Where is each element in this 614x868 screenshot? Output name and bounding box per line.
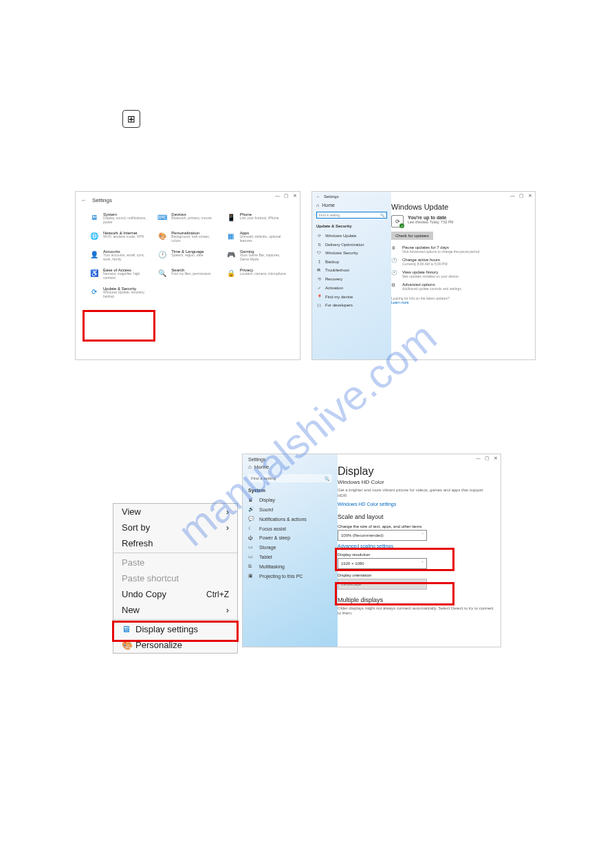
adv-scale-link[interactable]: Advanced scaling settings (338, 544, 494, 548)
menu-item-undo-copy[interactable]: Undo CopyCtrl+Z (113, 586, 237, 602)
wu-learn-more-link[interactable]: Learn more (391, 300, 529, 304)
sidebar-item-icon: ▭ (248, 544, 255, 550)
status-sub: Last checked: Today, 7:52 PM (408, 220, 454, 224)
sidebar-item-windows-update[interactable]: ⟳Windows Update (316, 231, 387, 240)
sidebar-item-icon: ⟳ (316, 233, 322, 238)
window-controls: — ▢ ✕ (473, 456, 498, 461)
home-icon: ⌂ (316, 203, 319, 208)
res-label: Display resolution (338, 553, 494, 557)
tile-apps[interactable]: ▦AppsUninstall, defaults, optional featu… (226, 231, 286, 243)
minimize-icon[interactable]: — (476, 456, 481, 460)
wu-option-row[interactable]: ⚙Advanced optionsAdditional update contr… (391, 282, 529, 291)
scale-select[interactable]: 100% (Recommended)˅ (338, 530, 427, 541)
sidebar-item-find-my-device[interactable]: 📍Find my device (316, 292, 387, 301)
tile-phone[interactable]: 📱PhoneLink your Android, iPhone (226, 212, 286, 224)
tile-search[interactable]: 🔍SearchFind my files, permissions (157, 268, 217, 280)
maximize-icon[interactable]: ▢ (485, 456, 490, 460)
sidebar-item-label: Notifications & actions (259, 517, 307, 522)
sidebar-item-focus-assist[interactable]: ☾Focus assist (248, 524, 332, 533)
back-button[interactable]: ← (81, 197, 87, 203)
check-updates-button[interactable]: Check for updates (391, 232, 433, 240)
sidebar-item-multitasking[interactable]: ⧉Multitasking (248, 561, 332, 571)
maximize-icon[interactable]: ▢ (284, 193, 289, 198)
sidebar-item-icon: ▣ (248, 573, 255, 579)
tile-devices[interactable]: ⌨DevicesBluetooth, printers, mouse (157, 212, 217, 224)
close-icon[interactable]: ✕ (528, 193, 532, 198)
menu-item-sort-by[interactable]: Sort by› (113, 520, 237, 535)
menu-item-refresh[interactable]: Refresh (113, 535, 237, 551)
sidebar-item-display[interactable]: 🖥Display (248, 496, 332, 504)
sidebar-home[interactable]: ⌂Home (316, 203, 387, 208)
wu-sidebar: ← Settings ⌂Home Find a setting🔍 Update … (312, 192, 391, 359)
tile-network[interactable]: 🌐Network & InternetWi-Fi, airplane mode,… (89, 231, 149, 243)
settings-grid: 🖥SystemDisplay, sound, notifications, po… (89, 212, 286, 298)
home-icon: ⌂ (248, 464, 252, 470)
sidebar-home[interactable]: ⌂Home (248, 464, 332, 470)
sidebar-item-icon: ⟲ (316, 276, 322, 281)
sidebar-item-activation[interactable]: ✓Activation (316, 283, 387, 292)
search-placeholder: Find a setting (251, 476, 276, 480)
tile-gaming[interactable]: 🎮GamingXbox Game Bar, captures, Game Mod… (226, 249, 286, 261)
hdcolor-link[interactable]: Windows HD Color settings (338, 502, 494, 507)
home-label: Home (322, 203, 335, 208)
ease-icon: ♿ (89, 268, 99, 278)
close-icon[interactable]: ✕ (293, 193, 297, 198)
menu-item-view[interactable]: View› (113, 504, 237, 520)
sidebar-item-troubleshoot[interactable]: 🛠Troubleshoot (316, 266, 387, 274)
sidebar-item-tablet[interactable]: ▭Tablet (248, 552, 332, 561)
sidebar-item-windows-security[interactable]: 🛡Windows Security (316, 249, 387, 257)
wu-row-icon: ⚙ (391, 282, 398, 288)
sidebar-item-delivery-optimization[interactable]: ⇅Delivery Optimization (316, 240, 387, 249)
gaming-icon: 🎮 (226, 249, 236, 259)
sidebar-item-icon: 🔊 (248, 507, 255, 512)
maximize-icon[interactable]: ▢ (519, 193, 524, 198)
windows-key-icon: ⊞ (122, 110, 140, 128)
sidebar-section: Update & Security (316, 224, 387, 228)
sidebar-item-icon: { } (316, 303, 322, 307)
tile-accounts[interactable]: 👤AccountsYour accounts, email, sync, wor… (89, 249, 149, 261)
close-icon[interactable]: ✕ (494, 456, 498, 460)
chevron-down-icon: ˅ (421, 581, 424, 586)
sidebar-item-label: Multitasking (259, 564, 285, 569)
tile-sub: Windows Update, recovery, backup (103, 291, 149, 298)
sidebar-item-notifications-actions[interactable]: 💬Notifications & actions (248, 514, 332, 524)
tile-privacy[interactable]: 🔒PrivacyLocation, camera, microphone (226, 268, 286, 280)
sidebar-item-projecting-to-this-pc[interactable]: ▣Projecting to this PC (248, 571, 332, 581)
tile-personalization[interactable]: 🎨PersonalizationBackground, lock screen,… (157, 231, 217, 243)
sidebar-item-sound[interactable]: 🔊Sound (248, 504, 332, 514)
tile-ease-of-access[interactable]: ♿Ease of AccessNarrator, magnifier, high… (89, 268, 149, 280)
multi-heading: Multiple displays (338, 597, 494, 603)
tile-sub: Xbox Game Bar, captures, Game Mode (240, 254, 286, 261)
display-settings-window: — ▢ ✕ Settings ⌂Home Find a setting🔍 Sys… (242, 454, 501, 647)
tile-system[interactable]: 🖥SystemDisplay, sound, notifications, po… (89, 212, 149, 224)
menu-item-label: Display settings (135, 624, 198, 634)
menu-item-new[interactable]: New› (113, 602, 237, 618)
sidebar-item-power-sleep[interactable]: ⏻Power & sleep (248, 533, 332, 542)
sidebar-item-icon: 🖥 (248, 498, 255, 502)
sidebar-search-input[interactable]: Find a setting🔍 (248, 474, 332, 482)
menu-item-display-settings[interactable]: 🖥Display settings (113, 621, 237, 637)
status-title: You're up to date (408, 215, 454, 220)
sidebar-item-recovery[interactable]: ⟲Recovery (316, 274, 387, 283)
display-subheading: Windows HD Color (338, 479, 494, 485)
sidebar-item-label: Windows Update (325, 234, 356, 238)
minimize-icon[interactable]: — (510, 193, 515, 198)
minimize-icon[interactable]: — (275, 193, 280, 198)
home-label: Home (254, 464, 269, 470)
wu-option-row[interactable]: 🕐Change active hoursCurrently 8:00 AM to… (391, 258, 529, 266)
resolution-select[interactable]: 1920 × 1080˅ (338, 558, 427, 569)
sidebar-item-for-developers[interactable]: { }For developers (316, 301, 387, 309)
tile-time-language[interactable]: 🕐Time & LanguageSpeech, region, date (157, 249, 217, 261)
menu-item-personalize[interactable]: 🎨Personalize (113, 637, 237, 653)
wu-option-row[interactable]: 🕘View update historySee updates installe… (391, 270, 529, 278)
sidebar-item-storage[interactable]: ▭Storage (248, 542, 332, 552)
display-sidebar: Settings ⌂Home Find a setting🔍 System 🖥D… (243, 454, 338, 647)
menu-item-label: Undo Copy (122, 589, 166, 599)
tile-sub: Display, sound, notifications, power (103, 216, 149, 224)
sidebar-search-input[interactable]: Find a setting🔍 (316, 212, 387, 219)
wu-option-row[interactable]: ⏸Pause updates for 7 daysVisit Advanced … (391, 245, 529, 254)
sidebar-item-backup[interactable]: ↥Backup (316, 257, 387, 266)
tile-update-security[interactable]: ⟳Update & SecurityWindows Update, recove… (89, 287, 149, 298)
wu-row-icon: 🕐 (391, 258, 398, 263)
window-controls: — ▢ ✕ (507, 193, 532, 199)
